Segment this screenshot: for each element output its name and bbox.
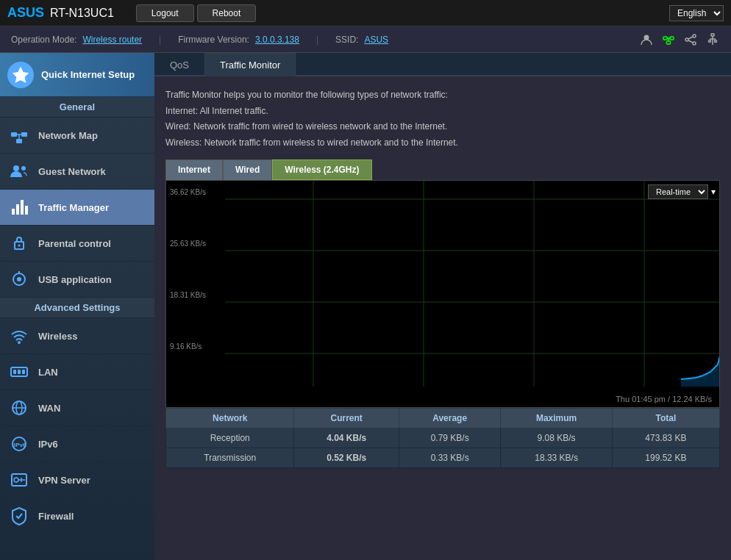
tm-description: Traffic Monitor helps you to monitor the… (165, 87, 720, 151)
infobar: Operation Mode: Wireless router | Firmwa… (0, 26, 731, 53)
sidebar-item-firewall[interactable]: Firewall (0, 498, 154, 534)
general-section-header: General (0, 97, 154, 118)
wan-icon (7, 396, 31, 420)
quick-setup-icon (7, 62, 34, 88)
main-tabs: QoS Traffic Monitor (154, 53, 731, 76)
svg-point-29 (18, 245, 21, 247)
stats-table-body: Reception4.04 KB/s0.79 KB/s9.08 KB/s473.… (166, 428, 720, 468)
desc-line-4: Wireless: Network traffic from wireless … (165, 135, 720, 151)
operation-mode-value[interactable]: Wireless router (82, 35, 142, 45)
sub-tab-internet[interactable]: Internet (165, 159, 223, 180)
desc-line-1: Traffic Monitor helps you to monitor the… (165, 87, 720, 104)
tab-traffic-monitor[interactable]: Traffic Monitor (204, 53, 296, 76)
share-icon (683, 32, 698, 47)
parental-control-icon (7, 231, 31, 255)
sub-tab-wired[interactable]: Wired (223, 159, 272, 180)
lan-label: LAN (38, 367, 58, 378)
cell-maximum: 18.33 KB/s (501, 448, 612, 468)
svg-point-8 (693, 42, 696, 45)
svg-rect-37 (22, 370, 25, 374)
operation-mode-label: Operation Mode: (11, 35, 76, 45)
guest-network-icon (7, 159, 31, 183)
cell-maximum: 9.08 KB/s (501, 428, 612, 448)
parental-control-label: Parental control (38, 238, 111, 249)
top-buttons: Logout Reboot (136, 4, 256, 22)
table-row: Transmission0.52 KB/s0.33 KB/s18.33 KB/s… (166, 448, 720, 468)
network-icon (661, 32, 676, 47)
cell-network: Transmission (166, 448, 294, 468)
vpn-icon (7, 468, 31, 492)
quick-setup-label: Quick Internet Setup (41, 69, 135, 80)
chart-svg (166, 181, 719, 407)
svg-point-44 (14, 478, 18, 482)
brand-logo: ASUS (7, 5, 44, 21)
chart-timestamp: Thu 01:45 pm / 12.24 KB/s (616, 395, 712, 403)
cell-total: 199.52 KB (612, 448, 719, 468)
svg-rect-35 (13, 370, 16, 374)
firewall-icon (7, 504, 31, 528)
traffic-manager-label: Traffic Manager (38, 202, 109, 213)
svg-rect-19 (16, 139, 22, 143)
dropdown-icon: ▾ (711, 187, 716, 197)
svg-point-33 (18, 341, 21, 344)
traffic-chart: Real-time ▾ 36.62 KB/s 25.63 KB/s 18.31 … (165, 180, 720, 408)
realtime-select[interactable]: Real-time (648, 184, 708, 199)
col-total: Total (612, 409, 719, 428)
traffic-manager-icon (7, 195, 31, 219)
quick-internet-setup[interactable]: Quick Internet Setup (0, 53, 154, 97)
table-row: Reception4.04 KB/s0.79 KB/s9.08 KB/s473.… (166, 428, 720, 448)
sidebar-item-wan[interactable]: WAN (0, 390, 154, 426)
svg-rect-3 (667, 41, 671, 44)
reboot-button[interactable]: Reboot (197, 4, 257, 22)
svg-point-14 (709, 40, 711, 42)
svg-rect-18 (21, 132, 27, 137)
sidebar-item-ipv6[interactable]: IPv6 IPv6 (0, 426, 154, 462)
sidebar-item-lan[interactable]: LAN (0, 354, 154, 390)
svg-rect-27 (25, 206, 28, 215)
svg-rect-1 (663, 37, 667, 40)
logo-area: ASUS RT-N13UC1 (0, 0, 121, 26)
svg-rect-36 (18, 370, 21, 374)
svg-rect-17 (11, 132, 17, 137)
language-select[interactable]: English (669, 5, 724, 21)
col-current: Current (294, 409, 399, 428)
cell-network: Reception (166, 428, 294, 448)
svg-point-7 (693, 35, 696, 37)
advanced-settings-section-header: Advanced Settings (0, 298, 154, 318)
svg-rect-26 (21, 200, 24, 215)
sidebar-item-network-map[interactable]: Network Map (0, 118, 154, 154)
sidebar-item-parental-control[interactable]: Parental control (0, 226, 154, 262)
model-name: RT-N13UC1 (50, 7, 114, 20)
cell-current: 0.52 KB/s (294, 448, 399, 468)
sidebar: Quick Internet Setup General Network Map (0, 53, 154, 560)
usb-app-icon (7, 268, 31, 291)
traffic-monitor-content: Traffic Monitor helps you to monitor the… (154, 76, 731, 560)
svg-rect-2 (670, 37, 674, 40)
sidebar-item-usb-application[interactable]: USB application (0, 262, 154, 298)
sidebar-item-wireless[interactable]: Wireless (0, 318, 154, 354)
user-icon (639, 32, 654, 47)
col-network: Network (166, 409, 294, 428)
tab-qos[interactable]: QoS (154, 53, 204, 76)
sidebar-item-vpn-server[interactable]: VPN Server (0, 462, 154, 498)
col-average: Average (399, 409, 501, 428)
svg-line-9 (688, 37, 693, 39)
ssid-value[interactable]: ASUS (364, 35, 388, 45)
firmware-value[interactable]: 3.0.0.3.138 (255, 35, 299, 45)
guest-network-label: Guest Network (38, 166, 106, 177)
chart-controls: Real-time ▾ (648, 184, 716, 199)
network-map-icon (7, 123, 31, 147)
cell-total: 473.83 KB (612, 428, 719, 448)
sidebar-item-guest-network[interactable]: Guest Network (0, 154, 154, 190)
usb-application-label: USB application (38, 274, 112, 285)
cell-average: 0.33 KB/s (399, 448, 501, 468)
logout-button[interactable]: Logout (136, 4, 194, 22)
usb-icon (705, 32, 720, 47)
firmware-label: Firmware Version: (178, 35, 249, 45)
sub-tab-wireless[interactable]: Wireless (2.4GHz) (272, 159, 371, 180)
sidebar-item-traffic-manager[interactable]: Traffic Manager (0, 190, 154, 226)
svg-point-22 (13, 165, 19, 171)
svg-marker-16 (14, 68, 27, 82)
vpn-server-label: VPN Server (38, 475, 90, 486)
lan-icon (7, 360, 31, 384)
